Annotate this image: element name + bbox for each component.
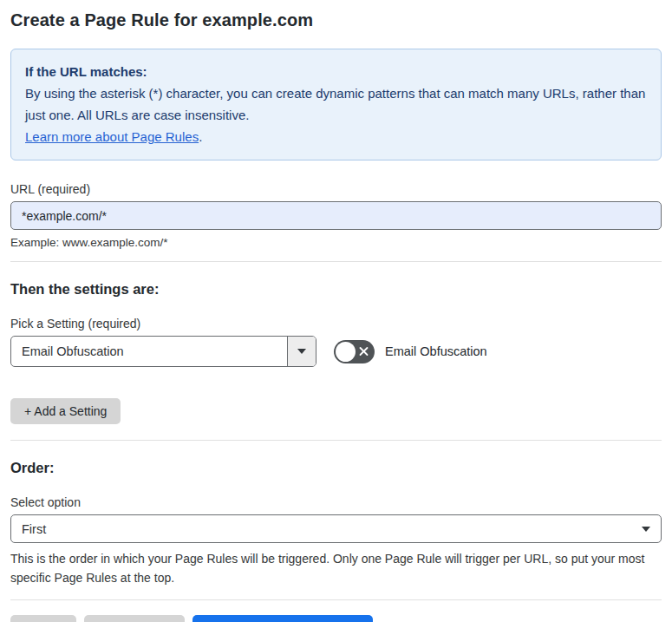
order-select-value: First xyxy=(22,522,46,536)
pick-setting-label: Pick a Setting (required) xyxy=(10,317,662,331)
divider xyxy=(10,440,662,441)
url-field-label: URL (required) xyxy=(10,182,662,196)
toggle-x-icon xyxy=(359,347,369,357)
page-rule-form: Create a Page Rule for example.com If th… xyxy=(0,0,672,622)
caret-down-icon xyxy=(642,527,650,532)
info-box-link-line: Learn more about Page Rules. xyxy=(25,126,647,147)
url-example-text: Example: www.example.com/* xyxy=(10,236,662,249)
settings-section-heading: Then the settings are: xyxy=(10,281,662,298)
divider xyxy=(10,599,662,600)
learn-more-link[interactable]: Learn more about Page Rules xyxy=(25,129,199,144)
save-and-deploy-button[interactable]: Save and Deploy Page Rule xyxy=(192,615,373,622)
setting-row: Email Obfuscation Email Obfuscation xyxy=(10,336,662,367)
caret-down-icon xyxy=(297,349,306,354)
page-title: Create a Page Rule for example.com xyxy=(10,10,662,30)
divider xyxy=(10,261,662,262)
toggle-knob xyxy=(336,342,356,362)
link-suffix: . xyxy=(199,129,202,144)
info-box-body: By using the asterisk (*) character, you… xyxy=(25,82,647,126)
setting-select[interactable]: Email Obfuscation xyxy=(10,336,316,367)
email-obfuscation-toggle[interactable] xyxy=(334,340,375,363)
setting-select-arrow-button[interactable] xyxy=(287,337,316,366)
order-help-text: This is the order in which your Page Rul… xyxy=(10,549,662,587)
footer-actions: Cancel Save as Draft Save and Deploy Pag… xyxy=(10,615,662,622)
info-box-heading: If the URL matches: xyxy=(25,61,647,82)
url-input[interactable] xyxy=(10,201,662,230)
cancel-button[interactable]: Cancel xyxy=(10,615,76,622)
save-as-draft-button[interactable]: Save as Draft xyxy=(84,615,186,622)
toggle-label: Email Obfuscation xyxy=(385,344,487,358)
order-select[interactable]: First xyxy=(10,514,662,543)
url-match-info-box: If the URL matches: By using the asteris… xyxy=(10,49,662,160)
setting-select-value: Email Obfuscation xyxy=(11,337,287,366)
order-select-label: Select option xyxy=(10,495,662,509)
order-section-heading: Order: xyxy=(10,460,662,476)
add-setting-button[interactable]: + Add a Setting xyxy=(10,398,121,424)
